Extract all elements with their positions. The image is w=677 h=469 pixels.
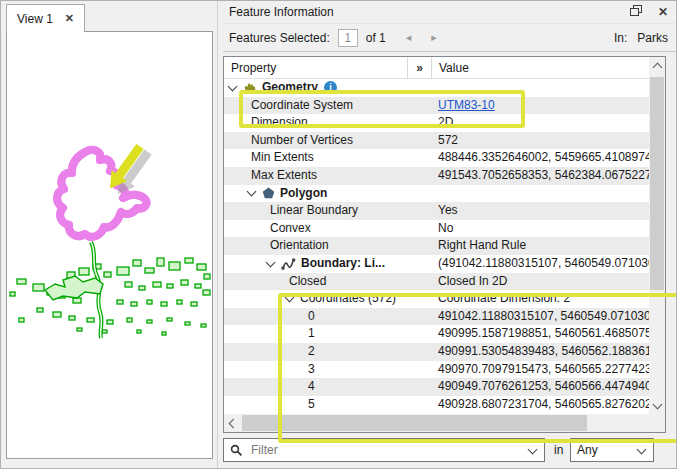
tab-close-icon[interactable]: ✕ xyxy=(65,12,74,25)
value-column-header[interactable]: Value xyxy=(432,57,649,78)
property-row-polygon[interactable]: Polygon xyxy=(224,185,649,203)
property-row-coordinates-572-[interactable]: Coordinates (572)Coordinate Dimension: 2 xyxy=(224,290,649,308)
park-polygon[interactable] xyxy=(203,290,210,295)
property-label: 4 xyxy=(308,378,315,396)
property-cell: Polygon xyxy=(224,185,424,203)
scroll-down-button[interactable] xyxy=(649,397,665,414)
property-row-convex[interactable]: ConvexNo xyxy=(224,220,649,238)
park-polygon[interactable] xyxy=(117,267,129,275)
close-panel-button[interactable]: ✕ xyxy=(658,5,668,19)
park-polygon[interactable] xyxy=(191,302,197,306)
property-row-5[interactable]: 5490928.6807231704, 5460565.827620243 xyxy=(224,396,649,414)
park-polygon[interactable] xyxy=(204,274,210,279)
parks-layer[interactable] xyxy=(10,258,210,335)
scroll-left-button[interactable] xyxy=(224,414,240,432)
filter-input[interactable] xyxy=(249,442,523,458)
vertical-scroll-thumb[interactable] xyxy=(650,77,664,290)
vertical-scrollbar[interactable] xyxy=(649,57,665,414)
expand-column-header[interactable]: » xyxy=(408,57,432,78)
park-polygon[interactable] xyxy=(197,264,206,270)
park-polygon[interactable] xyxy=(17,279,26,284)
coordinate-system-link[interactable]: UTM83-10 xyxy=(438,98,495,112)
park-polygon[interactable] xyxy=(147,300,152,304)
expander-chevron-down-icon[interactable] xyxy=(247,187,257,197)
scope-dropdown-chevron-icon xyxy=(637,444,647,454)
park-polygon[interactable] xyxy=(201,324,206,327)
park-polygon[interactable] xyxy=(157,258,164,266)
park-polygon[interactable] xyxy=(133,260,141,266)
park-polygon[interactable] xyxy=(181,280,188,285)
tab-view-1[interactable]: View 1 ✕ xyxy=(6,4,85,32)
property-row-0[interactable]: 0491042.11880315107, 5460549.071030998 xyxy=(224,308,649,326)
park-polygon[interactable] xyxy=(185,322,190,325)
park-polygon[interactable] xyxy=(185,258,193,263)
park-polygon[interactable] xyxy=(104,272,111,277)
previous-feature-button[interactable]: ◂ xyxy=(406,31,412,44)
park-polygon[interactable] xyxy=(107,320,113,324)
property-row-1[interactable]: 1490995.1587198851, 5460561.468507527 xyxy=(224,325,649,343)
property-cell: Max Extents xyxy=(224,167,424,185)
property-column-header[interactable]: Property xyxy=(224,57,408,78)
property-row-2[interactable]: 2490991.53054839483, 5460562.188361003 xyxy=(224,343,649,361)
property-row-3[interactable]: 3490970.7097915473, 5460565.227742346 xyxy=(224,361,649,379)
park-polygon[interactable] xyxy=(137,330,141,333)
property-row-number-of-vertices[interactable]: Number of Vertices572 xyxy=(224,132,649,150)
park-polygon[interactable] xyxy=(167,284,173,288)
property-row-boundary-li-[interactable]: Boundary: Li...(491042.11880315107, 5460… xyxy=(224,255,649,273)
property-row-dimension[interactable]: Dimension2D xyxy=(224,114,649,132)
scroll-up-button[interactable] xyxy=(649,57,665,74)
park-polygon[interactable] xyxy=(69,316,75,320)
park-polygon[interactable] xyxy=(145,268,154,273)
park-polygon[interactable] xyxy=(195,284,201,288)
park-polygon[interactable] xyxy=(153,282,161,287)
park-polygon[interactable] xyxy=(167,318,172,321)
property-row-geometry[interactable]: Geometryi xyxy=(224,79,649,97)
park-polygon[interactable] xyxy=(117,300,123,304)
property-row-min-extents[interactable]: Min Extents488446.3352646002, 5459665.41… xyxy=(224,149,649,167)
property-row-closed[interactable]: ClosedClosed In 2D xyxy=(224,273,649,291)
property-cell: Boundary: Li... xyxy=(224,255,424,273)
park-polygon[interactable] xyxy=(37,308,43,312)
park-cluster[interactable] xyxy=(45,276,103,300)
park-polygon[interactable] xyxy=(147,320,152,323)
park-polygon[interactable] xyxy=(177,300,182,304)
filter-combobox[interactable] xyxy=(223,438,545,462)
park-polygon[interactable] xyxy=(162,332,166,335)
pane-splitter[interactable] xyxy=(217,1,218,469)
filter-dropdown-chevron-icon[interactable] xyxy=(528,444,538,454)
scroll-right-button[interactable] xyxy=(649,414,665,432)
park-polygon[interactable] xyxy=(19,318,24,322)
next-feature-button[interactable]: ▸ xyxy=(431,31,437,44)
park-polygon[interactable] xyxy=(33,284,44,291)
horizontal-scroll-thumb[interactable] xyxy=(242,415,587,431)
property-row-max-extents[interactable]: Max Extents491543.7052658353, 5462384.06… xyxy=(224,167,649,185)
park-polygon[interactable] xyxy=(102,330,107,333)
property-row-orientation[interactable]: OrientationRight Hand Rule xyxy=(224,237,649,255)
park-polygon[interactable] xyxy=(73,298,81,303)
park-polygon[interactable] xyxy=(87,318,94,322)
map-viewport[interactable] xyxy=(6,31,213,459)
park-polygon[interactable] xyxy=(131,302,137,306)
expander-chevron-down-icon[interactable] xyxy=(266,257,276,267)
property-label: Min Extents xyxy=(251,149,314,167)
park-polygon[interactable] xyxy=(139,286,145,290)
park-polygon[interactable] xyxy=(77,328,82,331)
filter-scope-dropdown[interactable]: Any xyxy=(570,438,654,462)
park-polygon[interactable] xyxy=(169,262,180,270)
float-panel-button[interactable] xyxy=(630,5,642,19)
property-row-coordinate-system[interactable]: Coordinate SystemUTM83-10 xyxy=(224,97,649,115)
expander-chevron-down-icon[interactable] xyxy=(285,292,295,302)
park-polygon[interactable] xyxy=(125,282,132,287)
park-polygon[interactable] xyxy=(127,318,132,322)
expander-chevron-down-icon[interactable] xyxy=(228,81,238,91)
horizontal-scrollbar[interactable] xyxy=(224,414,665,432)
property-row-4[interactable]: 4490949.7076261253, 5460566.447494069 xyxy=(224,378,649,396)
property-row-linear-boundary[interactable]: Linear BoundaryYes xyxy=(224,202,649,220)
feature-index-field[interactable]: 1 xyxy=(338,29,358,47)
park-polygon[interactable] xyxy=(10,292,15,296)
park-polygon[interactable] xyxy=(161,302,167,306)
park-polygon[interactable] xyxy=(79,268,89,275)
info-icon[interactable]: i xyxy=(324,81,337,94)
property-label: Dimension xyxy=(251,114,308,132)
park-polygon[interactable] xyxy=(53,312,61,317)
